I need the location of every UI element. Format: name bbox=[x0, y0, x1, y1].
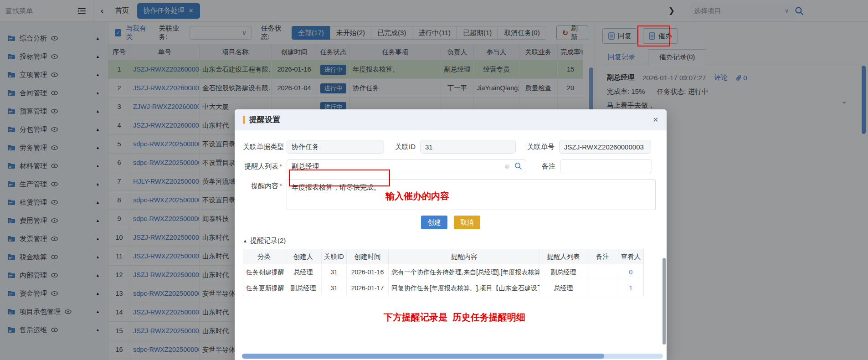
collapse-up-icon: ▲ bbox=[243, 238, 247, 243]
input-hint-annotation: 输入催办的内容 bbox=[385, 190, 449, 202]
records-table-body: 任务创建提醒总经理312026-01-16您有一个协作任务待处理,来自[总经理]… bbox=[243, 264, 643, 296]
rel-no-label: 关联单号 bbox=[525, 143, 559, 151]
rel-id-field bbox=[420, 140, 516, 154]
content-highlight-rect bbox=[289, 170, 390, 186]
cell-remark bbox=[587, 264, 618, 280]
modal-header: 提醒设置 ✕ bbox=[235, 109, 667, 130]
cell-time: 2026-01-17 bbox=[347, 280, 389, 296]
create-button[interactable]: 创建 bbox=[421, 216, 447, 229]
record-header-time: 创建时间 bbox=[347, 249, 389, 264]
cell-rel-id: 31 bbox=[322, 264, 347, 280]
reminder-records-table: 分类创建人关联ID创建时间提醒内容提醒人列表备注查看人 任务创建提醒总经理312… bbox=[243, 249, 644, 296]
notify-list-label: 提醒人列表* bbox=[243, 162, 287, 171]
record-header-notify: 提醒人列表 bbox=[540, 249, 587, 264]
search-icon[interactable] bbox=[514, 162, 522, 170]
record-header-creator: 创建人 bbox=[285, 249, 322, 264]
modal-vertical-scrollbar[interactable] bbox=[663, 258, 666, 345]
cell-category: 任务创建提醒 bbox=[243, 264, 285, 280]
close-icon[interactable]: ✕ bbox=[652, 116, 658, 124]
cell-category: 任务更新提醒 bbox=[243, 280, 285, 296]
doc-type-field bbox=[287, 140, 384, 154]
record-header-content: 提醒内容 bbox=[389, 249, 540, 264]
reminder-records-title: 提醒记录(2) bbox=[250, 237, 286, 245]
rel-no-field bbox=[559, 140, 651, 154]
cell-content: 您有一个协作任务待处理,来自[总经理],[年度报表核算。] bbox=[389, 264, 540, 280]
record-row-2: 任务更新提醒副总经理312026-01-17回复协作任务[年度报表核算。],项目… bbox=[243, 280, 643, 296]
cell-notify-list: 总经理 bbox=[540, 280, 587, 296]
cell-content: 回复协作任务[年度报表核算。],项目【山东金石建设工程 bbox=[389, 280, 540, 296]
record-row-1: 任务创建提醒总经理312026-01-16您有一个协作任务待处理,来自[总经理]… bbox=[243, 264, 643, 280]
rel-id-label: 关联ID bbox=[393, 143, 420, 151]
content-label: 提醒内容* bbox=[243, 182, 287, 190]
cell-viewers-link[interactable]: 1 bbox=[618, 280, 643, 296]
remark-label: 备注 bbox=[526, 162, 560, 171]
history-hint-annotation: 下方提醒记录是 历史任务提醒明细 bbox=[384, 311, 525, 324]
clear-icon[interactable]: ⊗ bbox=[504, 163, 510, 170]
cell-creator: 副总经理 bbox=[285, 280, 322, 296]
records-table-header: 分类创建人关联ID创建时间提醒内容提醒人列表备注查看人 bbox=[243, 249, 643, 264]
horizontal-scrollbar[interactable] bbox=[242, 354, 663, 359]
record-header-category: 分类 bbox=[243, 249, 285, 264]
record-header-rel_id: 关联ID bbox=[322, 249, 347, 264]
record-header-viewers: 查看人 bbox=[618, 249, 643, 264]
doc-type-label: 关联单据类型 bbox=[243, 143, 287, 151]
cancel-button[interactable]: 取消 bbox=[454, 216, 480, 229]
cell-viewers-link[interactable]: 0 bbox=[618, 264, 643, 280]
remark-field[interactable] bbox=[560, 159, 652, 173]
cell-rel-id: 31 bbox=[322, 280, 347, 296]
reminder-records-toggle[interactable]: ▲ 提醒记录(2) bbox=[243, 237, 658, 245]
app-window: ‹ 首页 协作任务处理 ✕ ❯ ∨ 综合分析 ▲ bbox=[0, 0, 868, 360]
cell-time: 2026-01-16 bbox=[347, 264, 389, 280]
title-marker bbox=[243, 116, 245, 124]
modal-title: 提醒设置 bbox=[249, 114, 280, 125]
record-header-remark: 备注 bbox=[587, 249, 618, 264]
cell-creator: 总经理 bbox=[285, 264, 322, 280]
horizontal-scrollbar-thumb[interactable] bbox=[242, 354, 604, 359]
modal-body: 关联单据类型 关联ID 关联单号 提醒人列表* ⊗ 备注 bbox=[235, 130, 667, 360]
cell-remark bbox=[587, 280, 618, 296]
urge-button-highlight-rect bbox=[637, 26, 670, 46]
cell-notify-list: 副总经理 bbox=[540, 264, 587, 280]
